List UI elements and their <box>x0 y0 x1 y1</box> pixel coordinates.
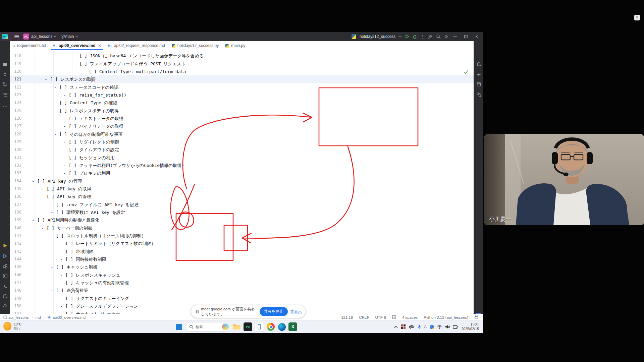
edge-icon[interactable] <box>277 322 286 331</box>
python-packages-icon[interactable] <box>0 262 10 270</box>
tab-main.py[interactable]: main.py <box>222 41 249 50</box>
interpreter[interactable]: Python 3.13 (api_lessons) <box>424 315 468 319</box>
tray-chevron-icon[interactable] <box>394 326 398 328</box>
unlock-icon[interactable] <box>474 315 478 320</box>
ime-a-icon[interactable]: A <box>424 324 427 329</box>
commit-icon[interactable] <box>0 70 10 78</box>
widget-icon[interactable] <box>401 324 406 329</box>
taskbar-clock[interactable]: 11:21 2025/02/15 <box>461 323 479 331</box>
chrome-icon[interactable] <box>266 322 275 331</box>
mic <box>563 173 569 176</box>
pull-requests-icon[interactable] <box>0 80 10 88</box>
chevron-down-icon <box>75 33 78 40</box>
editor-pane[interactable]: 118- [ ] JSON に base64 エンコードした画像データ等を含める… <box>10 50 474 314</box>
meet-corner-icon[interactable]: ⧉ <box>634 15 640 20</box>
excel-icon[interactable]: X <box>288 322 297 331</box>
pen-device-icon[interactable] <box>453 325 458 329</box>
settings-gear-icon[interactable]: ⚙ <box>444 33 448 40</box>
breadcrumb[interactable]: api_lessons› md› M↓ api00_overview.md <box>0 315 86 319</box>
editor-line: 132- [ ] クッキーの利用(ブラウザからのCookie情報の取得) <box>10 162 474 169</box>
tab-requirements.txt[interactable]: ≡requirements.txt <box>10 41 49 50</box>
close-icon[interactable]: ✕ <box>98 44 101 48</box>
editor-line: 120- [ ] Content-Type: multipart/form-da… <box>10 68 474 75</box>
participant-video <box>484 134 644 225</box>
project-icon <box>3 315 7 319</box>
editor-line: 128- [ ] そのほかの制御可能な事項 <box>10 130 474 138</box>
debug-tool-icon[interactable] <box>0 252 10 260</box>
pycharm-logo-icon[interactable]: PC <box>2 34 8 39</box>
microphone-icon[interactable] <box>418 324 421 329</box>
structure-icon[interactable] <box>0 90 10 99</box>
editor-line: 147- [ ] キャッシュの有効期限管理 <box>10 279 474 287</box>
branch-name[interactable]: main <box>65 34 74 39</box>
indent-setting[interactable]: 4 spaces <box>402 315 418 319</box>
inspection-ok-icon[interactable] <box>464 70 469 75</box>
problems-icon[interactable] <box>0 301 10 309</box>
tab-api02_request_response.md[interactable]: M↓api02_request_response.md <box>105 41 168 50</box>
editor-line: 119- [ ] ファイルアップロードを伴う POST リクエスト <box>10 60 474 68</box>
line-ending[interactable]: CRLF <box>359 315 369 319</box>
pause-icon <box>196 310 199 313</box>
editor-line: 139- [ ] API利用時の制御と最適化 <box>10 216 474 224</box>
taskbar-search-input[interactable]: 検索 <box>185 322 230 331</box>
caret-position[interactable]: 121:18 <box>341 315 353 319</box>
editor-line: 121- [ ] レスポンスの取得 <box>10 75 474 83</box>
phone-link-icon[interactable] <box>255 322 264 331</box>
headphone-cup <box>587 152 593 164</box>
ai-assistant-icon[interactable] <box>474 70 483 78</box>
main-menu-icon[interactable] <box>14 35 19 38</box>
right-tool-strip <box>474 41 483 314</box>
project-folder-icon[interactable] <box>0 60 10 68</box>
minimize-button[interactable]: — <box>451 34 459 39</box>
explorer-icon[interactable] <box>232 322 241 331</box>
more-tool-windows-icon[interactable]: ⋯ <box>0 102 10 110</box>
plugins-icon[interactable] <box>474 90 483 99</box>
pycharm-icon[interactable]: PC <box>244 322 252 331</box>
maximize-button[interactable] <box>462 35 470 38</box>
headphone-cup <box>552 152 558 164</box>
share-message: meet.google.com が画面を共有しています。 <box>201 307 257 317</box>
volume-icon[interactable] <box>445 325 450 329</box>
editor-line: 142- [ ] レートリミット（リクエスト数の制限） <box>10 240 474 247</box>
start-button[interactable] <box>174 322 183 331</box>
terminal-icon[interactable] <box>0 282 10 290</box>
debug-button[interactable] <box>413 33 417 40</box>
more-actions-icon[interactable]: ⋮ <box>420 33 425 40</box>
services-icon[interactable] <box>0 292 10 300</box>
ide-title-bar: PC AL api_lessons main holidays12_succes… <box>0 32 483 41</box>
python-console-icon[interactable] <box>0 272 10 280</box>
stop-sharing-button[interactable]: 共有を停止 <box>260 307 288 316</box>
taskbar-weather-widget[interactable]: 10°C晴れ <box>3 322 21 330</box>
editor-line: 148- [ ] 過負荷対策 <box>10 287 474 294</box>
hide-share-bar-link[interactable]: 非表示 <box>290 309 302 314</box>
run-button[interactable] <box>405 33 409 40</box>
close-button[interactable]: × <box>473 34 480 39</box>
participant-name-label: 小川慶一 <box>489 216 511 223</box>
tab-holidays12_success.py[interactable]: holidays12_success.py <box>168 41 222 50</box>
tab-api00_overview.md[interactable]: M↓api00_overview.md✕ <box>49 41 105 50</box>
wifi-icon[interactable] <box>437 325 442 329</box>
code-with-me-icon[interactable] <box>428 33 433 40</box>
editor-line: 122- [ ] ステータスコードの確認 <box>10 83 474 91</box>
onedrive-paused-icon[interactable] <box>409 325 415 329</box>
language-ball-icon[interactable] <box>430 325 434 329</box>
meet-canvas: PC AL api_lessons main holidays12_succes… <box>0 0 644 362</box>
editor-line: 149- [ ] リクエストのキューイング <box>10 295 474 302</box>
editor-line: 118- [ ] JSON に base64 エンコードした画像データ等を含める <box>10 52 474 60</box>
editor-line: 130- [ ] タイムアウトの設定 <box>10 146 474 154</box>
notifications-icon[interactable] <box>474 60 483 68</box>
search-icon[interactable] <box>436 33 441 40</box>
sun-icon <box>3 322 11 330</box>
database-icon[interactable] <box>474 80 483 88</box>
search-icon <box>189 325 194 329</box>
encoding[interactable]: UTF-8 <box>375 315 386 319</box>
chevron-down-icon[interactable] <box>399 33 402 40</box>
run-tool-icon[interactable] <box>0 242 10 250</box>
grid-icon[interactable] <box>392 315 396 320</box>
project-name[interactable]: api_lessons <box>31 34 52 39</box>
editor-line: 123- [ ] raise_for_status() <box>10 91 474 99</box>
editor-line: 131- [ ] セッションの利用 <box>10 154 474 162</box>
text-caret <box>92 76 92 82</box>
copilot-icon[interactable] <box>222 323 229 330</box>
run-configuration[interactable]: holidays12_success <box>360 34 395 39</box>
